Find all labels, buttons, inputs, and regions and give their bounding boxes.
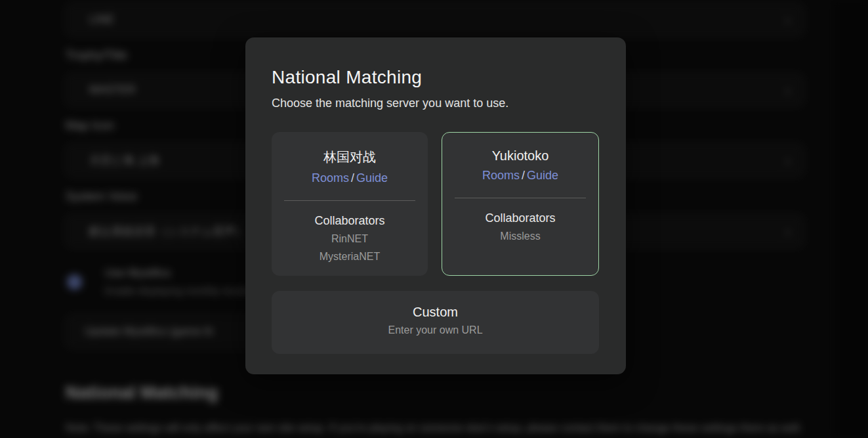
national-matching-dialog: National Matching Choose the matching se… bbox=[245, 37, 626, 374]
collaborators-list: Missless bbox=[442, 227, 598, 245]
card-divider bbox=[455, 198, 586, 198]
card-divider bbox=[284, 200, 415, 201]
guide-link[interactable]: Guide bbox=[527, 169, 558, 182]
collaborators-heading: Collaborators bbox=[272, 214, 427, 228]
collaborators-list: RinNET MysteriaNET bbox=[272, 230, 427, 265]
server-card-linguo[interactable]: 林国对战 Rooms/Guide Collaborators RinNET My… bbox=[272, 132, 428, 276]
server-links: Rooms/Guide bbox=[272, 171, 427, 185]
rooms-link[interactable]: Rooms bbox=[312, 171, 349, 185]
server-name: Yukiotoko bbox=[442, 148, 598, 164]
rooms-link[interactable]: Rooms bbox=[482, 169, 520, 182]
custom-server-card[interactable]: Custom Enter your own URL bbox=[272, 291, 599, 354]
dialog-title: National Matching bbox=[272, 67, 600, 88]
link-separator: / bbox=[520, 169, 527, 182]
server-card-yukiotoko[interactable]: Yukiotoko Rooms/Guide Collaborators Miss… bbox=[442, 132, 599, 276]
collaborator-name: MysteriaNET bbox=[272, 248, 427, 265]
collaborator-name: Missless bbox=[442, 227, 598, 245]
custom-card-subtitle: Enter your own URL bbox=[272, 324, 599, 336]
server-options-row: 林国对战 Rooms/Guide Collaborators RinNET My… bbox=[272, 132, 600, 276]
guide-link[interactable]: Guide bbox=[356, 171, 388, 185]
collaborator-name: RinNET bbox=[272, 230, 427, 248]
custom-card-title: Custom bbox=[272, 291, 599, 320]
server-links: Rooms/Guide bbox=[442, 169, 598, 183]
collaborators-heading: Collaborators bbox=[442, 211, 598, 225]
dialog-subtitle: Choose the matching server you want to u… bbox=[272, 97, 600, 110]
link-separator: / bbox=[349, 171, 356, 185]
server-name: 林国对战 bbox=[272, 148, 427, 166]
